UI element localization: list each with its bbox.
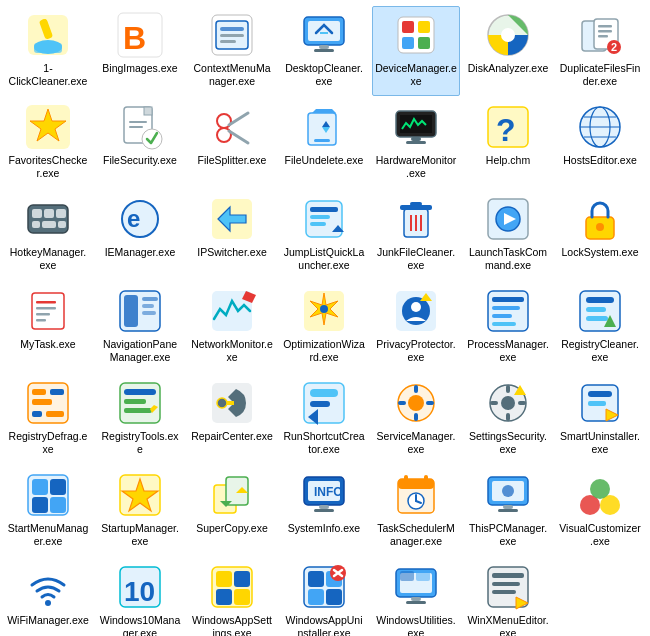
icon-item-helpchm[interactable]: ?Help.chm xyxy=(464,98,552,188)
svg-rect-71 xyxy=(410,202,422,206)
icon-item-taskschedulermanager[interactable]: TaskSchedulerManager.exe xyxy=(372,466,460,556)
icon-item-windowsappsettings[interactable]: WindowsAppSettings.exe xyxy=(188,558,276,636)
icon-img-junkfilecleaner xyxy=(392,195,440,243)
svg-rect-189 xyxy=(406,601,426,604)
icon-item-startupmanager[interactable]: StartupManager.exe xyxy=(96,466,184,556)
icon-label-desktopcleaner: DesktopCleaner.exe xyxy=(283,62,365,87)
svg-rect-55 xyxy=(32,209,42,218)
icon-item-diskanalyzer[interactable]: DiskAnalyzer.exe xyxy=(464,6,552,96)
svg-rect-88 xyxy=(142,304,154,308)
icon-item-networkmonitor[interactable]: NetworkMonitor.exe xyxy=(188,282,276,372)
icon-item-privacyprotector[interactable]: PrivacyProtector.exe xyxy=(372,282,460,372)
icon-img-bingimages: B xyxy=(116,11,164,59)
svg-rect-3 xyxy=(34,43,62,53)
icon-label-windowsappuninstaller: WindowsAppUninstaller.exe xyxy=(283,614,365,636)
svg-rect-132 xyxy=(506,385,510,393)
svg-rect-19 xyxy=(402,37,414,49)
icon-img-windowsappsettings xyxy=(208,563,256,611)
icon-item-windowsappuninstaller[interactable]: WindowsAppUninstaller.exe xyxy=(280,558,368,636)
svg-rect-133 xyxy=(506,413,510,421)
svg-rect-67 xyxy=(310,222,326,226)
svg-rect-139 xyxy=(588,401,606,406)
icon-item-launchtaskcommand[interactable]: LaunchTaskCommand.exe xyxy=(464,190,552,280)
icon-item-iemanager[interactable]: eIEManager.exe xyxy=(96,190,184,280)
svg-rect-101 xyxy=(492,306,520,310)
svg-rect-86 xyxy=(124,295,138,327)
icon-item-jumplistquicklauncher[interactable]: JumpListQuickLauncher.exe xyxy=(280,190,368,280)
icon-img-networkmonitor xyxy=(208,287,256,335)
icon-item-winxmenueditor[interactable]: WinXMenuEditor.exe xyxy=(464,558,552,636)
icon-item-favoriteschecker[interactable]: FavoritesChecker.exe xyxy=(4,98,92,188)
icon-item-junkfilecleaner[interactable]: JunkFileCleaner.exe xyxy=(372,190,460,280)
icon-label-diskanalyzer: DiskAnalyzer.exe xyxy=(468,62,549,75)
icon-label-networkmonitor: NetworkMonitor.exe xyxy=(191,338,273,363)
icon-item-ipswitcher[interactable]: IPSwitcher.exe xyxy=(188,190,276,280)
icon-item-settingssecurity[interactable]: SettingsSecurity.exe xyxy=(464,374,552,464)
icon-item-servicemanager[interactable]: ServiceManager.exe xyxy=(372,374,460,464)
icon-img-optimizationwizard xyxy=(300,287,348,335)
icon-img-runshortcutcreator xyxy=(300,379,348,427)
icon-item-fileundelete[interactable]: FileUndelete.exe xyxy=(280,98,368,188)
icon-item-runshortcutcreator[interactable]: RunShortcutCreator.exe xyxy=(280,374,368,464)
svg-rect-143 xyxy=(50,479,66,495)
icon-item-duplicatefilesfinder[interactable]: 2DuplicateFilesFinder.exe xyxy=(556,6,644,96)
icon-img-filesplitter xyxy=(208,103,256,151)
svg-rect-34 xyxy=(129,121,147,123)
icon-item-1clickcleaner[interactable]: 1-ClickCleaner.exe xyxy=(4,6,92,96)
icon-item-supercopy[interactable]: SuperCopy.exe xyxy=(188,466,276,556)
icon-img-repaircenter xyxy=(208,379,256,427)
icon-item-thispcmanager[interactable]: ThisPCManager.exe xyxy=(464,466,552,556)
icon-img-servicemanager xyxy=(392,379,440,427)
icon-item-hotkeymanager[interactable]: HotkeyManager.exe xyxy=(4,190,92,280)
icon-item-locksystem[interactable]: LockSystem.exe xyxy=(556,190,644,280)
icon-item-systeminfo[interactable]: INFOSystemInfo.exe xyxy=(280,466,368,556)
icon-img-registrytools xyxy=(116,379,164,427)
icon-item-smartuninstaller[interactable]: SmartUninstaller.exe xyxy=(556,374,644,464)
svg-rect-188 xyxy=(411,597,421,601)
icon-item-navigationpanemanager[interactable]: NavigationPaneManager.exe xyxy=(96,282,184,372)
icon-item-windows10manager[interactable]: 10Windows10Manager.exe xyxy=(96,558,184,636)
icon-label-navigationpanemanager: NavigationPaneManager.exe xyxy=(99,338,181,363)
svg-rect-191 xyxy=(416,571,430,581)
icon-item-desktopcleaner[interactable]: DesktopCleaner.exe xyxy=(280,6,368,96)
icon-item-mytask[interactable]: MyTask.exe xyxy=(4,282,92,372)
icon-item-processmanager[interactable]: ProcessManager.exe xyxy=(464,282,552,372)
svg-rect-157 xyxy=(404,475,408,483)
icon-item-bingimages[interactable]: BBingImages.exe xyxy=(96,6,184,96)
icon-label-locksystem: LockSystem.exe xyxy=(561,246,638,259)
icon-label-mytask: MyTask.exe xyxy=(20,338,75,351)
icon-item-hardwaremonitor[interactable]: HardwareMonitor.exe xyxy=(372,98,460,188)
svg-rect-109 xyxy=(32,389,46,395)
svg-text:B: B xyxy=(123,20,146,56)
svg-point-125 xyxy=(408,395,424,411)
icon-img-smartuninstaller xyxy=(576,379,624,427)
icon-img-duplicatefilesfinder: 2 xyxy=(576,11,624,59)
icon-item-contextmenumanager[interactable]: ContextMenuManager.exe xyxy=(188,6,276,96)
svg-rect-18 xyxy=(418,21,430,33)
icon-img-fileundelete xyxy=(300,103,348,151)
icon-item-wifimanager[interactable]: WiFiManager.exe xyxy=(4,558,92,636)
svg-rect-174 xyxy=(216,571,232,587)
icon-img-locksystem xyxy=(576,195,624,243)
icon-item-hostseditor[interactable]: HostsEditor.exe xyxy=(556,98,644,188)
icon-img-supercopy xyxy=(208,471,256,519)
icon-item-windowsutilities[interactable]: WindowsUtilities.exe xyxy=(372,558,460,636)
svg-rect-144 xyxy=(32,497,48,513)
icon-item-filesplitter[interactable]: FileSplitter.exe xyxy=(188,98,276,188)
icon-item-visualcustomizer[interactable]: VisualCustomizer.exe xyxy=(556,466,644,556)
icon-item-repaircenter[interactable]: RepairCenter.exe xyxy=(188,374,276,464)
icon-item-registrydefrag[interactable]: RegistryDefrag.exe xyxy=(4,374,92,464)
icon-item-registrycleaner[interactable]: RegistryCleaner.exe xyxy=(556,282,644,372)
svg-rect-127 xyxy=(414,413,418,421)
icon-img-hotkeymanager xyxy=(24,195,72,243)
icon-item-optimizationwizard[interactable]: OptimizationWizard.exe xyxy=(280,282,368,372)
icon-item-devicemanager[interactable]: DeviceManager.exe xyxy=(372,6,460,96)
icon-label-filesplitter: FileSplitter.exe xyxy=(198,154,267,167)
icon-label-contextmenumanager: ContextMenuManager.exe xyxy=(191,62,273,87)
icon-label-runshortcutcreator: RunShortcutCreator.exe xyxy=(283,430,365,455)
icon-item-startmenumanager[interactable]: StartMenuManager.exe xyxy=(4,466,92,556)
icon-label-iemanager: IEManager.exe xyxy=(105,246,176,259)
icon-item-registrytools[interactable]: RegistryTools.exe xyxy=(96,374,184,464)
icon-item-filesecurity[interactable]: FileSecurity.exe xyxy=(96,98,184,188)
svg-rect-194 xyxy=(492,582,520,586)
